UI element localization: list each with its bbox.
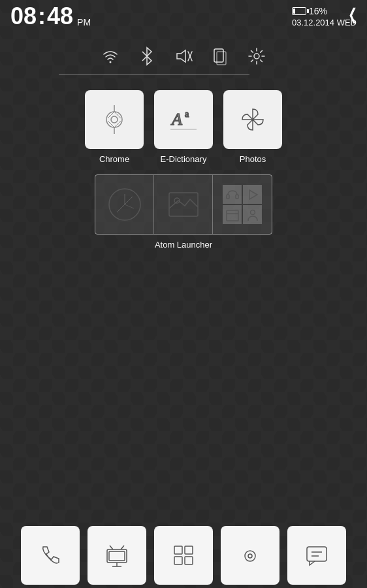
headphones-mini bbox=[223, 185, 242, 204]
time-ampm: PM bbox=[77, 17, 91, 30]
time-display: 08 : 48 PM bbox=[10, 3, 91, 30]
svg-line-34 bbox=[110, 546, 113, 549]
status-right: 16% 03.12.2014 WED bbox=[292, 6, 357, 27]
svg-point-7 bbox=[106, 112, 122, 127]
svg-text:27: 27 bbox=[230, 216, 235, 220]
svg-line-35 bbox=[121, 546, 124, 549]
svg-rect-36 bbox=[109, 551, 125, 561]
bluetooth-toggle[interactable] bbox=[136, 46, 157, 67]
svg-marker-26 bbox=[249, 190, 257, 199]
svg-point-0 bbox=[110, 61, 112, 63]
app-grid-row1: Chrome A a E-Dictionary bbox=[0, 90, 367, 164]
app-chrome[interactable]: Chrome bbox=[85, 90, 144, 164]
dock-camera[interactable] bbox=[221, 526, 279, 585]
play-mini bbox=[243, 185, 262, 204]
chrome-icon-bg bbox=[85, 90, 144, 149]
dock-chat[interactable] bbox=[287, 526, 346, 585]
dock-phone[interactable] bbox=[21, 526, 80, 585]
gallery-widget[interactable] bbox=[154, 175, 213, 234]
svg-point-41 bbox=[245, 551, 255, 561]
photos-label: Photos bbox=[240, 154, 266, 164]
app-photos[interactable]: Photos bbox=[223, 90, 282, 164]
dock-tv[interactable] bbox=[88, 526, 146, 585]
svg-point-8 bbox=[111, 116, 118, 123]
clock-widget[interactable] bbox=[95, 175, 154, 234]
svg-text:a: a bbox=[185, 109, 189, 119]
battery-info: 16% bbox=[292, 6, 327, 16]
rotate-toggle[interactable] bbox=[210, 46, 231, 67]
time-hours: 08 bbox=[10, 5, 37, 28]
battery-percent: 16% bbox=[309, 6, 327, 16]
multi-app-widget[interactable]: 27 bbox=[213, 175, 272, 234]
svg-text:A: A bbox=[170, 110, 182, 129]
mute-toggle[interactable] bbox=[173, 46, 194, 67]
photos-icon-bg bbox=[223, 90, 282, 149]
status-bar: 08 : 48 PM 16% 03.12.2014 WED ❮ bbox=[0, 0, 367, 33]
widget-container: 27 bbox=[95, 174, 272, 235]
app-edictionary[interactable]: A a E-Dictionary bbox=[154, 90, 213, 164]
svg-rect-39 bbox=[174, 557, 182, 564]
time-minutes: 48 bbox=[47, 3, 73, 30]
svg-point-30 bbox=[250, 210, 255, 214]
wifi-toggle[interactable] bbox=[100, 46, 121, 67]
widget-row: 27 Atom Launcher bbox=[0, 174, 367, 250]
svg-rect-37 bbox=[174, 546, 182, 554]
edictionary-label: E-Dictionary bbox=[161, 154, 207, 164]
calendar-mini: 27 bbox=[223, 205, 242, 224]
date-display: 03.12.2014 WED bbox=[292, 18, 357, 27]
dock-grid[interactable] bbox=[154, 526, 213, 585]
widget-label: Atom Launcher bbox=[155, 240, 212, 250]
back-button[interactable]: ❮ bbox=[348, 5, 357, 24]
settings-toggle[interactable] bbox=[246, 46, 267, 67]
quick-settings bbox=[0, 33, 367, 74]
bottom-dock bbox=[0, 523, 367, 588]
time-colon: : bbox=[38, 3, 46, 30]
svg-point-42 bbox=[248, 554, 252, 558]
battery-icon bbox=[292, 7, 306, 15]
svg-rect-43 bbox=[307, 547, 327, 561]
svg-rect-4 bbox=[214, 49, 223, 62]
svg-marker-1 bbox=[177, 50, 185, 62]
person-mini bbox=[243, 205, 262, 224]
svg-rect-5 bbox=[217, 52, 226, 65]
edictionary-icon-bg: A a bbox=[154, 90, 213, 149]
svg-rect-38 bbox=[185, 546, 193, 554]
multi-widget-grid: 27 bbox=[223, 185, 262, 224]
svg-point-6 bbox=[254, 54, 259, 59]
chrome-label: Chrome bbox=[99, 154, 129, 164]
svg-line-20 bbox=[125, 204, 134, 208]
svg-rect-40 bbox=[185, 557, 193, 564]
